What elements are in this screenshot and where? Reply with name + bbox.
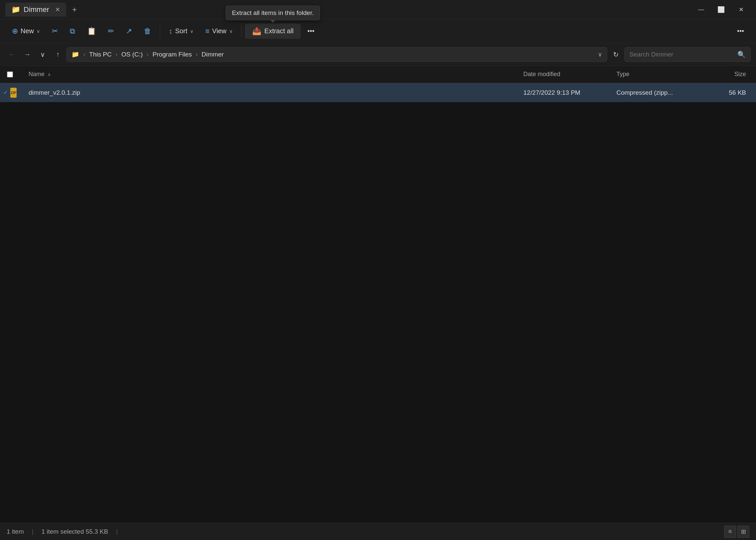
name-column-header[interactable]: Name ∧ <box>17 71 523 78</box>
paste-icon: 📋 <box>87 27 96 36</box>
minimize-button[interactable]: — <box>692 3 711 16</box>
new-label: New <box>21 27 34 35</box>
toolbar-separator-2 <box>241 25 242 37</box>
search-box[interactable]: 🔍 <box>624 47 751 62</box>
address-input[interactable]: 📁 › This PC › OS (C:) › Program Files › … <box>66 47 607 62</box>
extract-all-button[interactable]: 📤 Extract all <box>245 24 301 39</box>
view-icon: ≡ <box>205 27 210 36</box>
toolbar: ⊕ New ∨ ✂ ⧉ 📋 ✏ ↗ 🗑 ↕ Sort ∨ ≡ <box>0 19 756 43</box>
file-type: Compressed (zipp... <box>616 89 703 96</box>
more-options-icon: ••• <box>308 27 315 35</box>
tab-close-button[interactable]: ✕ <box>55 6 60 13</box>
active-tab[interactable]: 📁 Dimmer ✕ <box>5 3 66 17</box>
status-bar: 1 item | 1 item selected 55.3 KB | ≡ ⊞ <box>0 523 756 540</box>
breadcrumb-dimmer[interactable]: Dimmer <box>202 51 224 58</box>
file-date: 12/27/2022 9:13 PM <box>523 89 616 96</box>
dropdown-button[interactable]: ∨ <box>36 48 49 61</box>
view-toggle-area: ≡ ⊞ <box>724 526 749 538</box>
refresh-button[interactable]: ↻ <box>609 48 622 61</box>
details-view-button[interactable]: ⊞ <box>737 526 749 538</box>
zip-file-icon: ZIP <box>10 88 17 98</box>
new-button[interactable]: ⊕ New ∨ <box>7 24 45 38</box>
share-icon: ↗ <box>126 27 132 36</box>
sort-icon: ↕ <box>169 27 173 36</box>
maximize-button[interactable]: ⬜ <box>711 3 731 16</box>
list-view-button[interactable]: ≡ <box>724 526 736 538</box>
new-icon: ⊕ <box>12 27 18 36</box>
cut-icon: ✂ <box>52 27 58 36</box>
copy-button[interactable]: ⧉ <box>64 24 80 38</box>
toolbar-overflow-button[interactable]: ••• <box>732 25 749 38</box>
close-button[interactable]: ✕ <box>731 3 751 16</box>
more-options-button[interactable]: ••• <box>302 25 320 38</box>
delete-icon: 🗑 <box>144 27 151 36</box>
address-folder-icon: 📁 <box>71 51 79 58</box>
header-checkbox[interactable] <box>7 71 13 77</box>
delete-button[interactable]: 🗑 <box>139 24 157 38</box>
new-chevron-icon: ∨ <box>37 29 40 34</box>
search-icon: 🔍 <box>737 51 746 59</box>
sort-chevron-icon: ∨ <box>190 29 193 34</box>
main-content: ⊕ New ∨ ✂ ⧉ 📋 ✏ ↗ 🗑 ↕ Sort ∨ ≡ <box>0 19 756 540</box>
forward-button[interactable]: → <box>21 48 34 61</box>
view-button[interactable]: ≡ View ∨ <box>200 24 238 38</box>
table-row[interactable]: ✓ ZIP dimmer_v2.0.1.zip 12/27/2022 9:13 … <box>0 83 756 102</box>
extract-tooltip: Extract all items in this folder. <box>226 6 320 20</box>
toolbar-separator-1 <box>160 25 160 37</box>
copy-icon: ⧉ <box>70 27 75 36</box>
check-mark-icon: ✓ <box>3 89 8 96</box>
title-bar-left: 📁 Dimmer ✕ + <box>5 3 692 17</box>
view-chevron-icon: ∨ <box>229 29 233 34</box>
new-tab-button[interactable]: + <box>72 5 77 14</box>
file-list-header: Name ∧ Date modified Type Size <box>0 66 756 83</box>
extract-icon: 📤 <box>252 27 261 36</box>
share-button[interactable]: ↗ <box>121 24 137 38</box>
size-column-header[interactable]: Size <box>703 71 753 78</box>
search-input[interactable] <box>629 51 734 58</box>
back-button[interactable]: ← <box>5 48 19 61</box>
rename-button[interactable]: ✏ <box>103 24 119 38</box>
sort-label: Sort <box>175 27 188 35</box>
extract-all-label: Extract all <box>265 27 294 35</box>
breadcrumb-program-files[interactable]: Program Files <box>153 51 192 58</box>
tab-folder-icon: 📁 <box>11 5 20 14</box>
breadcrumb-this-pc[interactable]: This PC <box>89 51 112 58</box>
address-bar: ← → ∨ ↑ 📁 › This PC › OS (C:) › Program … <box>0 43 756 66</box>
window-controls: — ⬜ ✕ <box>692 3 751 16</box>
file-size: 56 KB <box>703 89 753 96</box>
title-bar: 📁 Dimmer ✕ + — ⬜ ✕ <box>0 0 756 19</box>
sort-button[interactable]: ↕ Sort ∨ <box>164 24 199 38</box>
file-name: dimmer_v2.0.1.zip <box>17 89 523 96</box>
address-dropdown-icon[interactable]: ∨ <box>598 51 602 58</box>
selected-info: 1 item selected 55.3 KB <box>42 528 108 535</box>
type-column-header[interactable]: Type <box>616 71 703 78</box>
date-column-header[interactable]: Date modified <box>523 71 616 78</box>
row-checkbox-area[interactable]: ✓ ZIP <box>3 88 17 98</box>
sort-indicator: ∧ <box>48 72 51 77</box>
select-all-checkbox[interactable] <box>3 71 17 77</box>
extract-all-container: Extract all items in this folder. 📤 Extr… <box>245 24 301 39</box>
file-list: ✓ ZIP dimmer_v2.0.1.zip 12/27/2022 9:13 … <box>0 83 756 523</box>
view-label: View <box>212 27 227 35</box>
toolbar-overflow-icon: ••• <box>737 27 744 35</box>
cut-button[interactable]: ✂ <box>47 24 63 38</box>
breadcrumb-os-c[interactable]: OS (C:) <box>121 51 143 58</box>
up-button[interactable]: ↑ <box>51 48 64 61</box>
tab-title: Dimmer <box>24 5 49 14</box>
paste-button[interactable]: 📋 <box>82 24 101 38</box>
rename-icon: ✏ <box>108 27 114 36</box>
item-count: 1 item <box>7 528 24 535</box>
